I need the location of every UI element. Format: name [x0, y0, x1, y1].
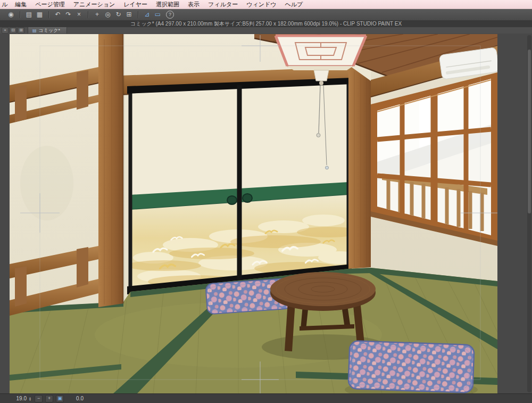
toolbar-separator: [88, 11, 88, 18]
redo-icon[interactable]: ↷: [64, 10, 73, 19]
spinner-down-icon[interactable]: ▾: [29, 399, 31, 401]
status-bar: 19.0 ▴ ▾ − + ▣ 0.0: [0, 393, 532, 403]
document-title: コミック* (A4 297.00 x 210.00mm 製本サイズ:B5判 25…: [130, 21, 402, 27]
clip-studio-paint-window: ル 編集 ページ管理 アニメーション レイヤー 選択範囲 表示 フィルター ウィ…: [0, 0, 532, 403]
menu-page-management[interactable]: ページ管理: [31, 0, 69, 9]
rotation-angle-value: 0.0: [71, 396, 84, 401]
toolbar-separator: [20, 11, 20, 18]
document-title-bar: コミック* (A4 297.00 x 210.00mm 製本サイズ:B5判 25…: [0, 20, 532, 28]
split-horizontal-icon[interactable]: ⊟: [10, 27, 16, 34]
menu-view[interactable]: 表示: [184, 0, 204, 9]
close-canvas-icon[interactable]: ×: [2, 27, 9, 34]
delete-icon[interactable]: ×: [74, 10, 84, 19]
zoom-value: 19.0: [14, 396, 27, 401]
help-icon[interactable]: ?: [166, 11, 174, 19]
canvas-viewport[interactable]: [0, 34, 532, 394]
toolbar-separator: [48, 11, 49, 18]
menu-filter[interactable]: フィルター: [204, 0, 242, 9]
menu-window[interactable]: ウィンドウ: [242, 0, 280, 9]
vertical-scrollbar-thumb[interactable]: [528, 50, 531, 214]
scene-left-post: [98, 34, 123, 307]
menu-help[interactable]: ヘルプ: [280, 0, 307, 9]
menu-layer[interactable]: レイヤー: [119, 0, 152, 9]
scene-cushion-right: [345, 341, 478, 393]
grid-icon[interactable]: ⊞: [124, 10, 134, 19]
undo-icon[interactable]: ↶: [53, 10, 62, 19]
zoom-in-button[interactable]: +: [45, 395, 53, 402]
menu-animation[interactable]: アニメーション: [69, 0, 120, 9]
toolbar-separator: [138, 11, 138, 18]
zoom-out-button[interactable]: −: [35, 395, 43, 402]
scene-fusuma-pull: [227, 196, 237, 204]
rotate-view-icon[interactable]: ↻: [114, 10, 123, 19]
vertical-scrollbar[interactable]: [527, 35, 531, 392]
split-vertical-icon[interactable]: ⊞: [18, 27, 24, 34]
scene-lamp-pull-ring: [326, 166, 329, 169]
menu-file[interactable]: ル: [0, 0, 11, 9]
menu-selection[interactable]: 選択範囲: [152, 0, 184, 9]
move-tool-icon[interactable]: +: [93, 10, 102, 19]
document-icon: ▤: [32, 28, 37, 33]
save-icon[interactable]: ▦: [35, 10, 44, 19]
tab-comic[interactable]: ▤ コミック*: [28, 27, 67, 34]
fit-to-screen-button[interactable]: ▣: [56, 395, 64, 402]
scene-fusuma-doors: [127, 78, 361, 294]
zoom-spinner[interactable]: ▴ ▾: [29, 397, 31, 401]
clip-studio-logo-icon[interactable]: ◉: [6, 10, 15, 19]
menu-bar: ル 編集 ページ管理 アニメーション レイヤー 選択範囲 表示 フィルター ウィ…: [0, 0, 532, 9]
command-toolbar: ◉ ▤ ▦ ↶ ↷ × + ◎ ↻ ⊞ ⊿ ▭ ?: [0, 9, 532, 21]
menu-edit[interactable]: 編集: [11, 0, 31, 9]
scene-fusuma-pull: [243, 194, 252, 202]
canvas-3d-room-preview[interactable]: [10, 34, 497, 393]
zoom-tool-icon[interactable]: ◎: [103, 10, 112, 19]
scene-corner-post: [348, 65, 371, 269]
snap-ruler-icon[interactable]: ⊿: [143, 10, 152, 19]
snap-guide-icon[interactable]: ▭: [153, 10, 162, 19]
tab-label: コミック*: [39, 27, 60, 34]
scene-lamp-pull-ring: [317, 134, 320, 137]
new-page-icon[interactable]: ▤: [24, 10, 34, 19]
